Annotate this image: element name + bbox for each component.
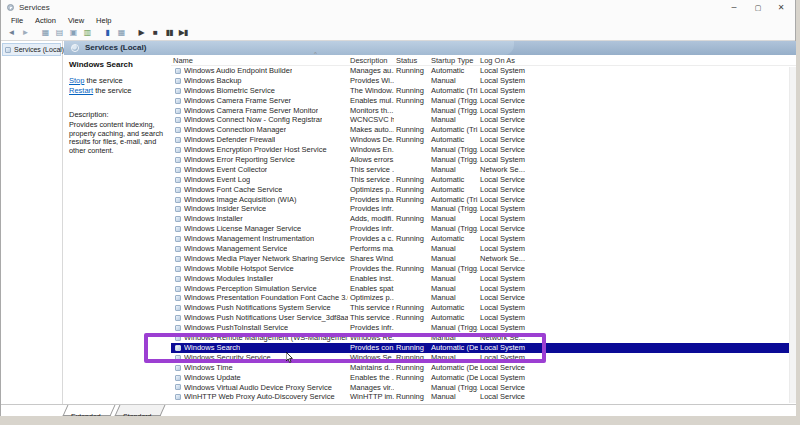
service-startup-cell: Automatic (Tri... <box>429 195 478 205</box>
service-row[interactable]: Windows TimeMaintains d...RunningAutomat… <box>171 363 797 373</box>
service-logon-cell: Local System <box>478 353 528 363</box>
help-doc-icon[interactable]: ▮ <box>100 26 114 39</box>
service-description-cell: Provides the... <box>348 264 394 274</box>
tab-extended[interactable]: Extended <box>63 405 115 416</box>
service-description-cell: Enables spat... <box>348 284 394 294</box>
column-header-log-on-as[interactable]: Log On As <box>478 56 528 65</box>
service-row[interactable]: Windows Insider ServiceProvides infr...M… <box>171 204 797 214</box>
column-header-description[interactable]: Description <box>348 56 394 65</box>
forward-icon[interactable]: ► <box>18 26 32 39</box>
service-name-cell: Windows Mobile Hotspot Service <box>171 264 348 274</box>
vertical-scrollbar[interactable] <box>789 67 796 403</box>
service-row[interactable]: Windows Virtual Audio Device Proxy Servi… <box>171 383 797 393</box>
panel-title: Services (Local) <box>85 43 146 52</box>
properties-icon[interactable]: ▤ <box>52 26 66 39</box>
pause-service-icon[interactable]: ▮▮ <box>162 26 176 39</box>
tab-standard[interactable]: Standard <box>114 405 165 416</box>
tree-item-services-local[interactable]: Services (Local) <box>2 43 61 56</box>
service-row[interactable]: Windows InstallerAdds, modifi...RunningM… <box>171 214 797 224</box>
service-status-cell <box>394 155 429 165</box>
service-status-cell: Running <box>394 353 429 363</box>
minimize-button[interactable]: – <box>723 1 745 14</box>
service-name-cell: Windows Perception Simulation Service <box>171 284 348 294</box>
column-header-startup-type[interactable]: Startup Type <box>429 56 478 65</box>
service-description-cell: Manages vir... <box>348 383 394 393</box>
service-name-cell: Windows Virtual Audio Device Proxy Servi… <box>171 383 348 393</box>
service-gear-icon <box>175 88 181 94</box>
service-row[interactable]: Windows Perception Simulation ServiceEna… <box>171 284 797 294</box>
service-row[interactable]: Windows Modules InstallerEnables inst...… <box>171 274 797 284</box>
service-description-cell: Optimizes p... <box>348 293 394 303</box>
service-action-line: Restart the service <box>69 86 167 96</box>
column-header-name[interactable]: Name <box>171 56 348 65</box>
service-row[interactable]: Windows Font Cache ServiceOptimizes p...… <box>171 185 797 195</box>
restart-service-icon[interactable]: ▶▮ <box>176 26 190 39</box>
service-row[interactable]: Windows Defender FirewallWindows De...Ru… <box>171 135 797 145</box>
stop-service-link[interactable]: Stop <box>69 76 84 85</box>
service-row[interactable]: Windows Mobile Hotspot ServiceProvides t… <box>171 264 797 274</box>
list-header: Name Description Status Startup Type Log… <box>171 55 797 66</box>
service-logon-cell: Local Service <box>478 392 528 402</box>
view-list-icon[interactable]: ▦ <box>114 26 128 39</box>
service-logon-cell: Local System <box>478 106 528 116</box>
service-row[interactable]: Windows Camera Frame ServerEnables mul..… <box>171 96 797 106</box>
service-status-cell: Running <box>394 66 429 76</box>
refresh-icon[interactable]: ▣ <box>66 26 80 39</box>
service-row[interactable]: Windows Management ServicePerforms ma...… <box>171 244 797 254</box>
service-description-cell: WinHTTP im... <box>348 392 394 402</box>
menu-item-view[interactable]: View <box>62 16 90 25</box>
service-startup-cell: Manual <box>429 254 478 264</box>
desktop-background <box>0 416 800 425</box>
close-button[interactable]: ✕ <box>770 1 792 14</box>
service-logon-cell: Local Service <box>478 125 528 135</box>
service-row[interactable]: Windows UpdateEnables the ...RunningAuto… <box>171 373 797 383</box>
back-icon[interactable]: ◄ <box>4 26 18 39</box>
service-row[interactable]: Windows Security ServiceWindows Se...Run… <box>171 353 797 363</box>
service-row[interactable]: Windows Image Acquisition (WIA)Provides … <box>171 195 797 205</box>
service-row[interactable]: Windows Push Notifications User Service_… <box>171 313 797 323</box>
sort-indicator-icon: ^ <box>314 51 317 57</box>
service-row[interactable]: Windows Push Notifications System Servic… <box>171 303 797 313</box>
console-tree-panel: Services (Local) <box>1 41 63 404</box>
maximize-button[interactable]: ▢ <box>747 1 769 14</box>
service-startup-cell: Automatic <box>429 303 478 313</box>
service-row[interactable]: Windows Camera Frame Server MonitorMonit… <box>171 106 797 116</box>
service-row[interactable]: Windows Biometric ServiceThe Window...Ru… <box>171 86 797 96</box>
service-row[interactable]: Windows Media Player Network Sharing Ser… <box>171 254 797 264</box>
start-service-icon[interactable]: ▶ <box>134 26 148 39</box>
menu-item-file[interactable]: File <box>5 16 29 25</box>
service-row[interactable]: Windows Encryption Provider Host Service… <box>171 145 797 155</box>
service-status-cell <box>394 165 429 175</box>
service-status-cell: Running <box>394 363 429 373</box>
service-description-cell: Windows Se... <box>348 353 394 363</box>
service-row[interactable]: Windows PushToInstall ServiceProvides in… <box>171 323 797 333</box>
service-row[interactable]: Windows Error Reporting ServiceAllows er… <box>171 155 797 165</box>
service-gear-icon <box>175 295 181 301</box>
service-logon-cell: Local Service <box>478 185 528 195</box>
service-row[interactable]: Windows Connect Now - Config RegistrarWC… <box>171 115 797 125</box>
service-row[interactable]: Windows BackupProvides Wi...ManualLocal … <box>171 76 797 86</box>
console-tree-icon[interactable]: ▦ <box>38 26 52 39</box>
service-row[interactable]: Windows Presentation Foundation Font Cac… <box>171 293 797 303</box>
service-gear-icon <box>175 286 181 292</box>
service-row[interactable]: Windows Event LogThis service ...Running… <box>171 175 797 185</box>
service-gear-icon <box>175 394 181 400</box>
column-header-status[interactable]: Status <box>394 56 429 65</box>
service-row[interactable]: WinHTTP Web Proxy Auto-Discovery Service… <box>171 392 797 402</box>
menu-item-help[interactable]: Help <box>90 16 117 25</box>
service-row[interactable]: Windows License Manager ServiceProvides … <box>171 224 797 234</box>
service-row[interactable]: Windows Event CollectorThis service ...M… <box>171 165 797 175</box>
service-row[interactable]: Windows Management InstrumentationProvid… <box>171 234 797 244</box>
service-row[interactable]: Windows Remote Management (WS-Management… <box>171 333 797 343</box>
export-list-icon[interactable]: ▥ <box>80 26 94 39</box>
service-startup-cell: Automatic (Tri... <box>429 125 478 135</box>
service-status-cell <box>394 244 429 254</box>
service-description-cell: Enables mul... <box>348 96 394 106</box>
service-row[interactable]: Windows Connection ManagerMakes auto...R… <box>171 125 797 135</box>
stop-service-icon[interactable]: ■ <box>148 26 162 39</box>
menu-item-action[interactable]: Action <box>29 16 62 25</box>
service-row[interactable]: Windows SearchProvides con...RunningAuto… <box>171 343 797 353</box>
restart-service-link[interactable]: Restart <box>69 86 93 95</box>
service-gear-icon <box>175 365 181 371</box>
service-row[interactable]: Windows Audio Endpoint BuilderManages au… <box>171 66 797 76</box>
